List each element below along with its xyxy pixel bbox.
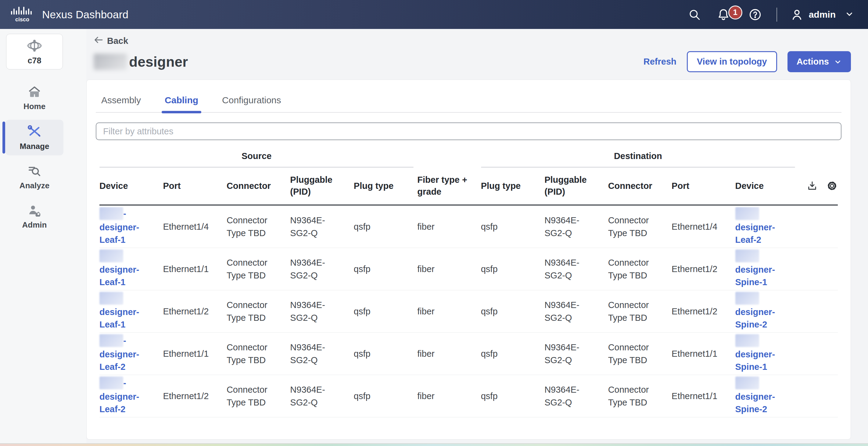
dest-plug-type-cell: qsfp: [481, 263, 541, 275]
active-indicator: [2, 122, 5, 153]
notifications[interactable]: 1: [717, 8, 730, 21]
actions-button[interactable]: Actions: [787, 51, 851, 72]
dest-connector-cell: Connector Type TBD: [608, 341, 668, 367]
sidebar-item-home[interactable]: Home: [5, 80, 63, 115]
device-name: designer-Leaf-2: [99, 390, 151, 415]
col-source-device: Device: [99, 180, 159, 192]
col-dest-plug-type: Plug type: [481, 180, 541, 192]
help-icon[interactable]: [748, 8, 762, 21]
fiber-type-cell: fiber: [417, 305, 477, 318]
col-dest-port: Port: [672, 180, 732, 192]
table-tools: [799, 180, 838, 192]
source-group-underline: [99, 167, 413, 168]
sidebar-item-label: Analyze: [20, 181, 50, 191]
source-plug-type-cell: qsfp: [354, 305, 413, 318]
filter-input[interactable]: [96, 123, 841, 140]
sidebar: c78 Home Manage: [0, 29, 86, 443]
redacted-device-prefix: [735, 377, 759, 389]
dest-port-cell: Ethernet1/2: [672, 305, 732, 318]
dest-connector-cell-value: Connector Type TBD: [608, 341, 652, 367]
redacted-device-prefix: [99, 207, 123, 220]
refresh-button[interactable]: Refresh: [644, 57, 677, 67]
sidebar-item-label: Home: [24, 102, 45, 111]
home-icon: [27, 85, 41, 99]
source-plug-type-cell-value: qsfp: [354, 305, 371, 318]
table-row: designer-Leaf-1Ethernet1/1Connector Type…: [99, 248, 838, 290]
device-name: designer-Spine-1: [735, 264, 787, 288]
source-port-cell: Ethernet1/2: [163, 390, 223, 403]
back-label: Back: [107, 36, 128, 46]
tab-cabling[interactable]: Cabling: [163, 91, 199, 112]
cluster-selector[interactable]: c78: [6, 34, 63, 69]
redacted-device-prefix: [99, 377, 123, 389]
cabling-card: Assembly Cabling Configurations Source D…: [86, 79, 851, 440]
device-prefix-dash: -: [123, 377, 126, 389]
col-source-pluggable: Pluggable (PID): [290, 174, 350, 198]
bell-icon[interactable]: [717, 8, 730, 21]
source-pluggable-cell-value: N9364E-SG2-Q: [290, 214, 329, 239]
source-device-cell: -designer-Leaf-2: [99, 377, 151, 415]
device-link[interactable]: -designer-Leaf-2: [99, 377, 151, 415]
device-link[interactable]: designer-Spine-2: [735, 377, 787, 415]
back-button[interactable]: Back: [94, 36, 128, 46]
fiber-type-cell: fiber: [417, 390, 477, 403]
source-port-cell-value: Ethernet1/1: [163, 263, 209, 275]
source-connector-cell-value: Connector Type TBD: [227, 299, 271, 324]
device-link[interactable]: designer-Spine-2: [735, 292, 787, 331]
redacted-device-prefix: [735, 292, 759, 305]
dest-pluggable-cell-value: N9364E-SG2-Q: [545, 214, 584, 239]
dest-connector-cell: Connector Type TBD: [608, 299, 668, 324]
fiber-type-cell-value: fiber: [417, 220, 434, 233]
source-port-cell: Ethernet1/1: [163, 347, 223, 360]
dest-port-cell: Ethernet1/4: [672, 220, 732, 233]
col-dest-pluggable: Pluggable (PID): [545, 174, 604, 198]
gear-icon[interactable]: [826, 180, 838, 192]
search-icon[interactable]: [688, 8, 701, 21]
source-pluggable-cell: N9364E-SG2-Q: [290, 214, 350, 239]
device-prefix-dash: -: [123, 335, 126, 347]
chevron-down-icon: [845, 9, 854, 20]
cluster-icon: [27, 38, 42, 54]
fiber-type-cell: fiber: [417, 263, 477, 275]
device-name: designer-Leaf-1: [99, 221, 151, 246]
source-pluggable-cell: N9364E-SG2-Q: [290, 256, 350, 282]
device-prefix-dash: -: [123, 207, 126, 220]
bottom-gradient-bar: [0, 443, 868, 446]
device-link[interactable]: designer-Spine-1: [735, 334, 787, 373]
dest-plug-type-cell-value: qsfp: [481, 305, 498, 318]
source-group-header: Source: [99, 151, 413, 168]
tab-configurations[interactable]: Configurations: [221, 91, 282, 112]
source-connector-cell: Connector Type TBD: [227, 341, 286, 367]
device-link[interactable]: -designer-Leaf-1: [99, 207, 151, 246]
fiber-type-cell-value: fiber: [417, 263, 434, 275]
page-title: designer: [129, 54, 188, 70]
sidebar-item-manage[interactable]: Manage: [5, 120, 63, 156]
download-icon[interactable]: [807, 180, 818, 191]
source-port-cell: Ethernet1/4: [163, 220, 223, 233]
device-name: designer-Leaf-1: [99, 306, 151, 331]
user-menu[interactable]: admin: [790, 8, 854, 22]
device-link[interactable]: -designer-Leaf-2: [99, 334, 151, 373]
source-port-cell: Ethernet1/1: [163, 263, 223, 275]
cluster-name: c78: [27, 56, 41, 66]
device-link[interactable]: designer-Leaf-1: [99, 292, 151, 331]
dest-connector-cell: Connector Type TBD: [608, 256, 668, 282]
fiber-type-cell-value: fiber: [417, 305, 434, 318]
table-row: designer-Leaf-1Ethernet1/2Connector Type…: [99, 290, 838, 333]
device-link[interactable]: designer-Leaf-1: [99, 249, 151, 288]
analyze-icon: [27, 165, 41, 178]
device-link[interactable]: designer-Spine-1: [735, 249, 787, 288]
view-in-topology-button[interactable]: View in topology: [687, 51, 777, 72]
dest-connector-cell-value: Connector Type TBD: [608, 256, 652, 282]
tab-assembly[interactable]: Assembly: [100, 91, 142, 112]
source-connector-cell-value: Connector Type TBD: [227, 341, 271, 367]
device-link[interactable]: designer-Leaf-2: [735, 207, 787, 246]
dest-port-cell: Ethernet1/2: [672, 263, 732, 275]
sidebar-item-admin[interactable]: Admin: [5, 199, 63, 234]
redacted-device-prefix: [99, 292, 123, 305]
dest-pluggable-cell: N9364E-SG2-Q: [545, 341, 604, 367]
source-pluggable-cell: N9364E-SG2-Q: [290, 383, 350, 409]
sidebar-item-analyze[interactable]: Analyze: [5, 160, 63, 195]
dest-plug-type-cell: qsfp: [481, 305, 541, 318]
user-icon: [790, 8, 804, 22]
